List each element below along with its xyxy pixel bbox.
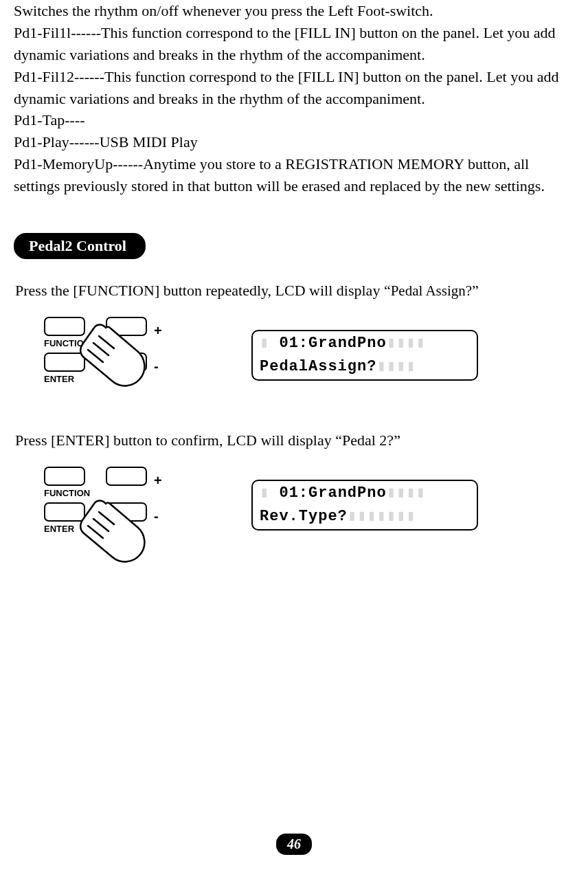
intro-line: Pd1-MemoryUp------Anytime you store to a…	[14, 153, 574, 197]
intro-line: Pd1-Fil12------This function correspond …	[14, 66, 574, 110]
function-button	[44, 467, 85, 486]
svg-line-5	[88, 526, 103, 538]
svg-line-4	[93, 519, 109, 531]
step1-text: Press the [FUNCTION] button repeatedly, …	[15, 280, 574, 302]
lcd-line: ▮ 01:GrandPno▮▮▮▮	[260, 333, 470, 355]
function-label: FUNCTION	[44, 487, 90, 500]
svg-line-2	[88, 350, 103, 362]
minus-button	[106, 353, 147, 372]
enter-button	[44, 353, 85, 372]
step2-illustration-row: FUNCTION + ENTER - ▮ 01:GrandPno▮▮▮▮ Rev…	[38, 464, 574, 546]
svg-line-0	[99, 336, 114, 348]
function-button	[44, 317, 85, 336]
lcd-display-2: ▮ 01:GrandPno▮▮▮▮ Rev.Type?▮▮▮▮▮▮▮	[251, 480, 478, 531]
minus-label: -	[154, 357, 159, 377]
intro-paragraphs: Switches the rhythm on/off whenever you …	[14, 0, 574, 197]
intro-line: Pd1-Fil1l------This function correspond …	[14, 22, 574, 66]
step1-text-c: ”	[472, 282, 479, 299]
step1-illustration-row: FUNCTION + ENTER - ▮ 01:GrandPno▮▮▮▮ Ped…	[38, 314, 574, 397]
function-label: FUNCTION	[44, 337, 90, 350]
minus-label: -	[154, 506, 159, 526]
intro-line: Pd1-Tap----	[14, 109, 574, 131]
intro-line: Switches the rhythm on/off whenever you …	[14, 0, 574, 22]
plus-label: +	[154, 471, 162, 491]
plus-label: +	[154, 321, 162, 341]
plus-button	[106, 317, 147, 336]
control-panel-diagram-1: FUNCTION + ENTER -	[38, 314, 176, 397]
step1-text-a: Press the [FUNCTION] button repeatedly, …	[15, 282, 391, 299]
step1-text-b: Pedal Assign?	[391, 282, 472, 299]
svg-line-1	[93, 343, 109, 355]
enter-label: ENTER	[44, 373, 74, 386]
page-number-badge: 46	[276, 834, 312, 855]
section-heading-pedal2: Pedal2 Control	[14, 233, 146, 259]
lcd-line: PedalAssign?▮▮▮▮	[260, 356, 470, 378]
intro-line: Pd1-Play------USB MIDI Play	[14, 131, 574, 153]
lcd-line: ▮ 01:GrandPno▮▮▮▮	[260, 482, 470, 504]
lcd-line: Rev.Type?▮▮▮▮▮▮▮	[260, 506, 470, 528]
minus-button	[106, 502, 147, 522]
enter-button	[44, 502, 85, 522]
lcd-display-1: ▮ 01:GrandPno▮▮▮▮ PedalAssign?▮▮▮▮	[251, 330, 478, 381]
step2-text: Press [ENTER] button to confirm, LCD wil…	[15, 430, 574, 451]
enter-label: ENTER	[44, 523, 74, 536]
manual-page: Switches the rhythm on/off whenever you …	[0, 0, 588, 870]
control-panel-diagram-2: FUNCTION + ENTER -	[38, 464, 176, 546]
page-number: 46	[276, 833, 312, 855]
plus-button	[106, 467, 147, 486]
